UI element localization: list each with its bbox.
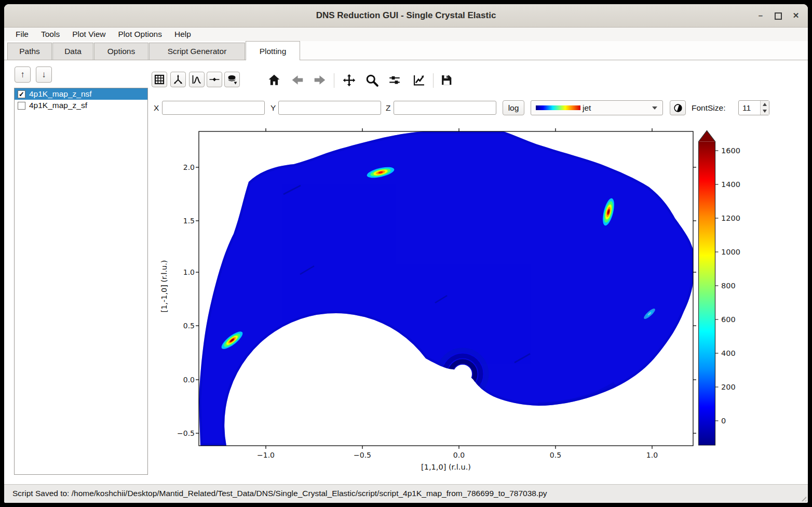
log-scale-button[interactable]: log: [503, 100, 524, 115]
arrow-down-icon: ↓: [42, 70, 46, 79]
menu-plot-view[interactable]: Plot View: [66, 28, 112, 41]
x-axis-title: [1,1,0] (r.l.u.): [394, 463, 498, 471]
list-item[interactable]: ✓ 4p1K_map_z_nsf: [15, 88, 147, 100]
move-up-button[interactable]: ↑: [15, 66, 31, 83]
z-axis-field-label: Z: [386, 103, 390, 113]
spin-up-button[interactable]: [761, 101, 769, 108]
back-arrow-icon: [291, 73, 304, 87]
heatmap-canvas[interactable]: [199, 131, 693, 446]
y-tick-label: 0.5: [170, 321, 195, 330]
triangulation-axes-icon: [172, 73, 184, 86]
y-axis-field-label: Y: [270, 103, 276, 113]
marker-line-icon: [208, 73, 221, 86]
y-tick-label: 2.0: [170, 163, 195, 172]
menu-file[interactable]: File: [9, 28, 35, 41]
y-axis-title: [1,-1,0] (r.l.u.): [160, 234, 168, 338]
half-filled-circle-icon: [672, 102, 684, 114]
y-tick-label: 1.0: [170, 268, 195, 277]
x-tick-label: −1.0: [251, 451, 280, 459]
detector-coverage-region: [199, 131, 693, 446]
back-button[interactable]: [290, 72, 305, 88]
plot-axes[interactable]: [199, 131, 693, 446]
table-grid-button[interactable]: [152, 72, 167, 87]
pan-button[interactable]: [341, 72, 357, 88]
marker-line-button[interactable]: [207, 72, 222, 87]
sliders-icon: [388, 73, 401, 87]
table-grid-icon: [153, 73, 166, 86]
minimize-icon: –: [759, 11, 763, 20]
workspace-label: 4p1K_map_z_nsf: [29, 89, 92, 99]
app-window: DNS Reduction GUI - Single Crystal Elast…: [4, 4, 808, 503]
forward-arrow-icon: [313, 73, 327, 87]
colorbar-tick-label: 600: [721, 314, 752, 325]
colorbar: [698, 130, 750, 452]
invert-colormap-button[interactable]: [670, 100, 686, 115]
x-tick-label: 0.5: [541, 451, 570, 459]
title-bar[interactable]: DNS Reduction GUI - Single Crystal Elast…: [4, 4, 808, 28]
resize-grip[interactable]: [800, 495, 806, 501]
forward-button[interactable]: [312, 72, 328, 88]
tab-plotting[interactable]: Plotting: [246, 41, 300, 60]
fontsize-spinner[interactable]: 11: [738, 100, 769, 115]
datasets-icon: [226, 73, 238, 86]
tab-data[interactable]: Data: [52, 43, 93, 60]
subplots-button[interactable]: [387, 72, 402, 88]
zoom-button[interactable]: [364, 72, 380, 88]
tab-script-generator[interactable]: Script Generator: [149, 43, 245, 60]
menu-bar: File Tools Plot View Plot Options Help: [4, 28, 808, 41]
colorbar-tick-label: 400: [721, 348, 752, 358]
colorbar-tick-label: 1000: [721, 247, 752, 257]
y-axis-input[interactable]: [278, 101, 381, 115]
x-axis-field-label: X: [154, 103, 159, 113]
floppy-save-icon: [440, 73, 453, 87]
checkbox-checked[interactable]: ✓: [18, 90, 25, 98]
home-icon: [267, 73, 281, 87]
menu-plot-options[interactable]: Plot Options: [112, 28, 168, 41]
maximize-button[interactable]: [772, 9, 785, 22]
checkbox-unchecked[interactable]: [18, 102, 25, 110]
home-button[interactable]: [266, 72, 282, 88]
workspace-label: 4p1K_map_z_sf: [29, 101, 87, 110]
fontsize-value: 11: [739, 101, 760, 115]
spin-down-button[interactable]: [761, 108, 769, 115]
peak-profile-button[interactable]: [189, 72, 205, 87]
move-down-button[interactable]: ↓: [36, 66, 52, 83]
y-tick-label: 1.5: [170, 216, 195, 225]
maximize-icon: [775, 12, 782, 20]
triangle-up-icon: [763, 103, 767, 106]
z-axis-input[interactable]: [394, 101, 496, 115]
customize-button[interactable]: [411, 72, 426, 88]
fontsize-label: FontSize:: [692, 103, 725, 113]
status-bar: Script Saved to: /home/koshchii/Desktop/…: [4, 484, 808, 503]
menu-tools[interactable]: Tools: [35, 28, 66, 41]
minimize-button[interactable]: –: [754, 9, 767, 22]
window-title: DNS Reduction GUI - Single Crystal Elast…: [4, 4, 808, 27]
colorbar-tick-label: 1600: [721, 145, 752, 156]
colorbar-ticks: [715, 151, 719, 421]
colormap-dropdown[interactable]: jet: [531, 100, 663, 115]
x-tick-label: −0.5: [348, 451, 377, 459]
list-item[interactable]: 4p1K_map_z_sf: [15, 100, 147, 111]
x-axis-input[interactable]: [162, 101, 265, 115]
close-button[interactable]: ✕: [789, 9, 803, 22]
colormap-gradient-icon: [536, 105, 580, 110]
tab-options[interactable]: Options: [94, 43, 148, 60]
colorbar-tick-label: 0: [721, 416, 752, 426]
status-message: Script Saved to: /home/koshchii/Desktop/…: [12, 485, 547, 502]
x-tick-label: 0.0: [444, 451, 473, 459]
colorbar-gradient: [698, 130, 750, 452]
tab-paths[interactable]: Paths: [7, 43, 52, 60]
line-chart-icon: [412, 73, 426, 87]
y-tick-label: 0.0: [170, 375, 195, 384]
workspace-list: ✓ 4p1K_map_z_nsf 4p1K_map_z_sf: [14, 88, 148, 475]
save-button[interactable]: [439, 72, 454, 88]
colorbar-tick-label: 200: [721, 382, 752, 392]
colormap-name: jet: [583, 103, 652, 113]
peak-profile-icon: [191, 73, 203, 86]
datasets-button[interactable]: [224, 72, 240, 87]
triangulation-button[interactable]: [170, 72, 186, 87]
toolbar-separator: [433, 73, 434, 88]
tab-bar: Paths Data Options Script Generator Plot…: [4, 41, 808, 60]
chevron-down-icon: [652, 106, 657, 110]
menu-help[interactable]: Help: [168, 28, 197, 41]
